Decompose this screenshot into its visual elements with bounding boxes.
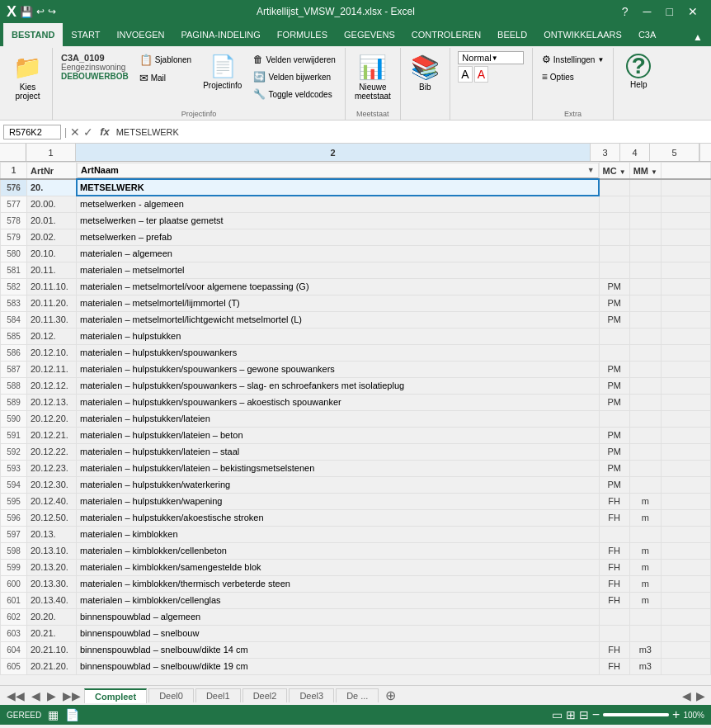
artnr-cell[interactable]: 20.21.10. <box>27 641 77 658</box>
mc-cell[interactable]: PM <box>599 361 629 377</box>
zoom-level[interactable]: 100% <box>683 711 704 720</box>
velden-verwijderen-button[interactable]: 🗑 Velden verwijderen <box>249 51 340 68</box>
sjablonen-button[interactable]: 📋 Sjablonen <box>135 51 195 69</box>
mm-cell[interactable] <box>629 311 661 328</box>
col-header-3[interactable]: 3 <box>591 144 620 162</box>
artnaam-cell[interactable]: materialen – metselmortel/lijmmortel (T) <box>77 295 600 311</box>
artnr-cell[interactable]: 20.10. <box>27 245 77 262</box>
mc-cell[interactable]: PM <box>599 427 629 443</box>
mm-cell[interactable] <box>629 377 661 394</box>
velden-bijwerken-button[interactable]: 🔄 Velden bijwerken <box>249 69 340 85</box>
mc-cell[interactable]: PM <box>599 394 629 410</box>
mc-cell[interactable]: PM <box>599 278 629 295</box>
mm-cell[interactable] <box>629 394 661 410</box>
mm-cell[interactable] <box>629 262 661 278</box>
filter-dropdown-icon[interactable]: ▼ <box>587 166 595 174</box>
mm-cell[interactable] <box>629 278 661 295</box>
tab-nav-next[interactable]: ▶ <box>44 689 59 702</box>
mm-cell[interactable] <box>629 179 661 196</box>
artnr-cell[interactable]: 20.12.22. <box>27 443 77 460</box>
maximize-button[interactable]: □ <box>660 3 680 20</box>
artnaam-cell[interactable]: materialen – metselmortel <box>77 262 600 278</box>
mc-cell[interactable]: FH <box>599 575 629 592</box>
font-a-icon[interactable]: A <box>458 66 472 83</box>
tab-pagina[interactable]: PAGINA-INDELING <box>172 23 268 46</box>
mc-cell[interactable] <box>599 410 629 427</box>
sheet-tab-deel3[interactable]: Deel3 <box>289 688 334 702</box>
mm-cell[interactable] <box>629 361 661 377</box>
artnr-cell[interactable]: 20.11.10. <box>27 278 77 295</box>
mc-cell[interactable] <box>599 608 629 625</box>
artnaam-cell[interactable]: binnenspouwblad – snelbouw/dikte 19 cm <box>77 658 600 674</box>
mc-cell[interactable] <box>599 526 629 542</box>
artnaam-cell[interactable]: METSELWERK <box>77 179 600 196</box>
artnr-cell[interactable]: 20.21. <box>27 625 77 641</box>
projectinfo-button[interactable]: 📄 Projectinfo <box>199 51 246 92</box>
mm-cell[interactable] <box>629 344 661 361</box>
sheet-tab-de-ellipsis[interactable]: De ... <box>336 688 379 702</box>
artnaam-cell[interactable]: materialen – kimblokken/samengestelde bl… <box>77 559 600 575</box>
close-button[interactable]: ✕ <box>681 3 704 20</box>
bib-button[interactable]: 📚 Bib <box>407 51 444 94</box>
mm-cell[interactable]: m <box>629 592 661 608</box>
artnr-cell[interactable]: 20.12.11. <box>27 361 77 377</box>
zoom-slider[interactable] <box>603 713 669 716</box>
mm-cell[interactable] <box>629 295 661 311</box>
ribbon-collapse-icon[interactable]: ▲ <box>688 28 708 46</box>
artnaam-cell[interactable]: metselwerken – prefab <box>77 229 600 245</box>
sheet-tab-deel2[interactable]: Deel2 <box>242 688 288 702</box>
mm-cell[interactable] <box>629 328 661 344</box>
mc-cell[interactable]: FH <box>599 559 629 575</box>
artnaam-cell[interactable]: materialen – hulpstukken/spouwankers – s… <box>77 377 600 394</box>
col-header-2[interactable]: 2 <box>76 144 591 162</box>
mm-cell[interactable] <box>629 229 661 245</box>
mm-cell[interactable] <box>629 245 661 262</box>
artnr-cell[interactable]: 20.12.13. <box>27 394 77 410</box>
kies-project-button[interactable]: 📁 Kiesproject <box>9 51 46 103</box>
mm-cell[interactable] <box>629 196 661 212</box>
header-artnr[interactable]: ArtNr <box>27 163 77 180</box>
zoom-out-button[interactable]: − <box>592 707 600 722</box>
undo-icon[interactable]: ↩ <box>36 6 45 17</box>
artnr-cell[interactable]: 20.20. <box>27 608 77 625</box>
mm-cell[interactable]: m <box>629 493 661 509</box>
mc-cell[interactable]: FH <box>599 658 629 674</box>
mm-cell[interactable]: m <box>629 575 661 592</box>
artnr-cell[interactable]: 20.12.23. <box>27 460 77 476</box>
mail-button[interactable]: ✉ Mail <box>135 69 195 87</box>
sheet-body[interactable]: 1 ArtNr ArtNaam ▼ MC ▼ MM ▼ <box>0 162 711 685</box>
mc-cell[interactable] <box>599 328 629 344</box>
artnaam-cell[interactable]: materialen – hulpstukken/lateien <box>77 410 600 427</box>
tab-start[interactable]: START <box>63 23 108 46</box>
mc-cell[interactable] <box>599 179 629 196</box>
tab-gegevens[interactable]: GEGEVENS <box>336 23 403 46</box>
add-sheet-icon[interactable]: ⊕ <box>380 688 401 703</box>
artnaam-cell[interactable]: materialen – hulpstukken/lateien – staal <box>77 443 600 460</box>
header-artnaam[interactable]: ArtNaam ▼ <box>77 163 599 179</box>
tab-controleren[interactable]: CONTROLEREN <box>403 23 489 46</box>
artnr-cell[interactable]: 20.12.10. <box>27 344 77 361</box>
cell-reference-box[interactable]: R576K2 <box>3 125 61 139</box>
cancel-formula-icon[interactable]: ✕ <box>70 125 80 139</box>
artnaam-cell[interactable]: materialen – kimblokken/thermisch verbet… <box>77 575 600 592</box>
sheet-icon[interactable]: 📄 <box>65 708 79 721</box>
artnr-cell[interactable]: 20.01. <box>27 212 77 229</box>
artnaam-cell[interactable]: materialen – hulpstukken/spouwankers – g… <box>77 361 600 377</box>
mm-cell[interactable] <box>629 427 661 443</box>
header-mc[interactable]: MC ▼ <box>599 163 629 180</box>
mc-cell[interactable]: PM <box>599 295 629 311</box>
mm-cell[interactable]: m3 <box>629 641 661 658</box>
sheet-scroll-right[interactable]: ▶ <box>694 689 708 702</box>
sheet-scroll-left[interactable]: ◀ <box>680 689 694 702</box>
artnr-cell[interactable]: 20.02. <box>27 229 77 245</box>
style-dropdown[interactable]: Normal ▼ <box>458 51 524 64</box>
artnaam-cell[interactable]: materialen – hulpstukken/wapening <box>77 493 600 509</box>
header-mm[interactable]: MM ▼ <box>629 163 661 180</box>
sheet-tab-compleet[interactable]: Compleet <box>84 688 147 703</box>
table-view-icon[interactable]: ▦ <box>48 708 59 721</box>
sheet-tab-deel1[interactable]: Deel1 <box>195 688 241 702</box>
artnaam-cell[interactable]: materialen – hulpstukken/akoestische str… <box>77 509 600 526</box>
mm-cell[interactable]: m <box>629 542 661 559</box>
tab-nav-left[interactable]: ◀◀ <box>3 689 28 702</box>
artnr-cell[interactable]: 20.13.40. <box>27 592 77 608</box>
